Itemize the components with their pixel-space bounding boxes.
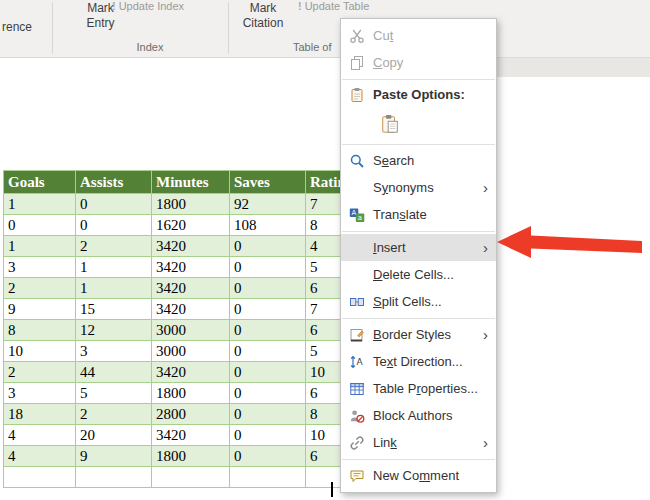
menu-item-label: Synonyms	[373, 180, 434, 195]
menu-item-table-properties[interactable]: Table Properties...	[341, 375, 496, 402]
table-cell[interactable]: 4	[4, 425, 76, 446]
mark-entry-label-line2: Entry	[86, 16, 114, 31]
column-header-goals[interactable]: Goals	[4, 171, 76, 194]
table-cell[interactable]: 2	[4, 362, 76, 383]
mark-citation-button[interactable]: Mark Citation	[233, 1, 293, 31]
table-cell[interactable]: 20	[76, 425, 152, 446]
ribbon: rence Mark Entry ! Update Index Index Ma…	[0, 0, 650, 58]
table-cell[interactable]: 1800	[152, 194, 230, 215]
menu-separator	[342, 144, 495, 145]
table-cell[interactable]: 15	[76, 299, 152, 320]
menu-item-label: Insert	[373, 240, 406, 255]
table-cell[interactable]: 108	[230, 215, 306, 236]
table-row: 31342005	[4, 257, 385, 278]
table-cell[interactable]: 0	[230, 299, 306, 320]
table-cell[interactable]: 3	[4, 257, 76, 278]
menu-item-synonyms[interactable]: Synonyms›	[341, 174, 496, 201]
cross-reference-button-partial[interactable]: rence	[2, 20, 32, 34]
menu-item-border-styles[interactable]: Border Styles›	[341, 321, 496, 348]
table-cell[interactable]	[76, 467, 152, 488]
table-cell[interactable]: 3	[76, 341, 152, 362]
table-cell[interactable]: 4	[4, 446, 76, 467]
column-header-minutes[interactable]: Minutes	[152, 171, 230, 194]
table-cell[interactable]: 1	[76, 257, 152, 278]
table-cell[interactable]	[4, 467, 76, 488]
table-cell[interactable]	[230, 467, 306, 488]
menu-item-label: Split Cells...	[373, 294, 442, 309]
table-cell[interactable]: 5	[76, 383, 152, 404]
menu-item-link[interactable]: Link›	[341, 429, 496, 456]
table-cell[interactable]: 44	[76, 362, 152, 383]
table-cell[interactable]: 0	[76, 215, 152, 236]
table-row: 182280008	[4, 404, 385, 425]
table-cell[interactable]: 3	[4, 383, 76, 404]
menu-item-cut[interactable]: Cut	[341, 22, 496, 49]
table-cell[interactable]: 3420	[152, 278, 230, 299]
search-icon	[347, 152, 367, 169]
svg-text:a: a	[358, 214, 362, 222]
table-cell[interactable]: 0	[230, 278, 306, 299]
table-cell[interactable]: 1800	[152, 383, 230, 404]
table-cell[interactable]: 1620	[152, 215, 230, 236]
table-cell[interactable]: 3420	[152, 299, 230, 320]
table-cell[interactable]: 12	[76, 320, 152, 341]
table-cell[interactable]: 2	[4, 278, 76, 299]
table-cell[interactable]: 1800	[152, 446, 230, 467]
update-table-button[interactable]: ! Update Table	[298, 0, 369, 12]
table-cell[interactable]: 0	[230, 320, 306, 341]
block-authors-icon	[347, 407, 367, 424]
table-cell[interactable]: 9	[76, 446, 152, 467]
table-cell[interactable]: 0	[4, 215, 76, 236]
column-header-assists[interactable]: Assists	[76, 171, 152, 194]
table-cell[interactable]: 0	[230, 257, 306, 278]
menu-item-translate[interactable]: AaTranslate	[341, 201, 496, 228]
table-cell[interactable]: 3420	[152, 425, 230, 446]
menu-item-new-comment[interactable]: New Comment	[341, 462, 496, 489]
table-cell[interactable]: 3000	[152, 320, 230, 341]
table-cell[interactable]: 0	[230, 404, 306, 425]
table-cell[interactable]: 0	[76, 194, 152, 215]
clipboard-icon	[347, 86, 367, 103]
paste-keep-source-formatting-button[interactable]	[377, 113, 409, 136]
menu-item-delete-cells[interactable]: Delete Cells...	[341, 261, 496, 288]
table-cell[interactable]: 0	[230, 425, 306, 446]
menu-item-copy[interactable]: Copy	[341, 49, 496, 76]
mark-citation-label-line1: Mark	[250, 1, 277, 16]
menu-item-insert[interactable]: Insert›	[341, 234, 496, 261]
text-cursor	[331, 482, 333, 497]
table-cell[interactable]: 3000	[152, 341, 230, 362]
table-cell[interactable]: 2800	[152, 404, 230, 425]
table-cell[interactable]: 1	[4, 194, 76, 215]
update-index-button[interactable]: ! Update Index	[112, 0, 184, 12]
table-row: 2443420010	[4, 362, 385, 383]
stats-table: GoalsAssistsMinutesSavesRating 101800927…	[3, 170, 385, 488]
table-cell[interactable]	[152, 467, 230, 488]
table-cell[interactable]: 0	[230, 446, 306, 467]
column-header-saves[interactable]: Saves	[230, 171, 306, 194]
table-cell[interactable]: 3420	[152, 362, 230, 383]
menu-item-text-direction[interactable]: AText Direction...	[341, 348, 496, 375]
table-cell[interactable]: 2	[76, 404, 152, 425]
table-cell[interactable]: 8	[4, 320, 76, 341]
table-cell[interactable]: 92	[230, 194, 306, 215]
table-cell[interactable]: 0	[230, 236, 306, 257]
table-cell[interactable]: 0	[230, 383, 306, 404]
table-cell[interactable]: 0	[230, 341, 306, 362]
table-cell[interactable]: 10	[4, 341, 76, 362]
update-index-icon: !	[112, 0, 116, 12]
table-cell[interactable]: 1	[4, 236, 76, 257]
table-cell[interactable]: 9	[4, 299, 76, 320]
table-cell[interactable]: 3420	[152, 236, 230, 257]
menu-section-label-paste-options: Paste Options:	[341, 82, 496, 107]
table-properties-icon	[347, 380, 367, 397]
menu-item-search[interactable]: Search	[341, 147, 496, 174]
submenu-chevron-icon: ›	[483, 327, 488, 342]
table-cell[interactable]: 2	[76, 236, 152, 257]
table-header-row: GoalsAssistsMinutesSavesRating	[4, 171, 385, 194]
menu-item-split-cells[interactable]: Split Cells...	[341, 288, 496, 315]
table-cell[interactable]: 1	[76, 278, 152, 299]
table-cell[interactable]: 18	[4, 404, 76, 425]
menu-item-block-authors[interactable]: Block Authors	[341, 402, 496, 429]
table-cell[interactable]: 0	[230, 362, 306, 383]
table-cell[interactable]: 3420	[152, 257, 230, 278]
